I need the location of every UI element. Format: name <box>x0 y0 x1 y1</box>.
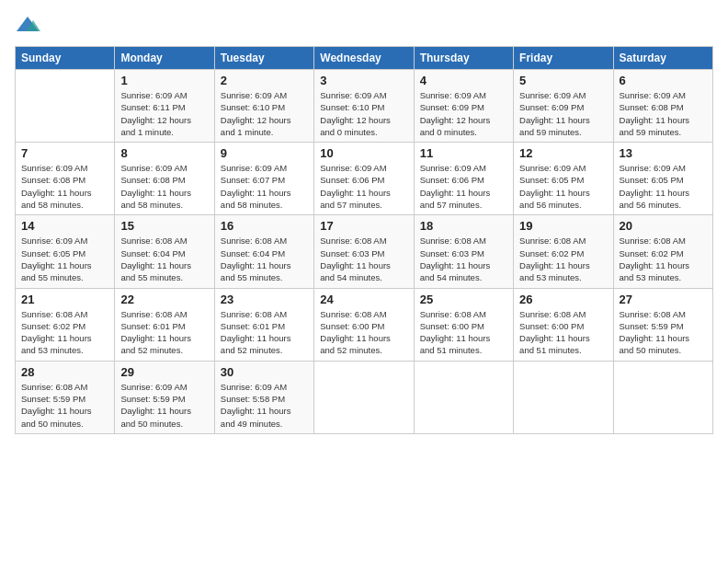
day-detail: Sunrise: 6:08 AM Sunset: 6:02 PM Dayligh… <box>519 235 607 283</box>
calendar-cell: 19Sunrise: 6:08 AM Sunset: 6:02 PM Dayli… <box>514 215 613 288</box>
calendar-cell: 28Sunrise: 6:08 AM Sunset: 5:59 PM Dayli… <box>16 361 115 433</box>
day-number: 17 <box>320 219 407 233</box>
calendar-cell: 15Sunrise: 6:08 AM Sunset: 6:04 PM Dayli… <box>115 215 214 288</box>
calendar-cell: 20Sunrise: 6:08 AM Sunset: 6:02 PM Dayli… <box>613 215 712 288</box>
calendar-cell: 8Sunrise: 6:09 AM Sunset: 6:08 PM Daylig… <box>115 143 214 215</box>
day-number: 30 <box>221 365 308 379</box>
calendar-cell: 18Sunrise: 6:08 AM Sunset: 6:03 PM Dayli… <box>414 215 513 288</box>
header-row: SundayMondayTuesdayWednesdayThursdayFrid… <box>16 47 713 70</box>
day-detail: Sunrise: 6:08 AM Sunset: 6:01 PM Dayligh… <box>120 308 208 357</box>
calendar-cell: 9Sunrise: 6:09 AM Sunset: 6:07 PM Daylig… <box>214 143 313 215</box>
calendar-table: SundayMondayTuesdayWednesdayThursdayFrid… <box>15 46 713 434</box>
logo <box>15 15 44 35</box>
day-detail: Sunrise: 6:09 AM Sunset: 6:11 PM Dayligh… <box>120 89 208 138</box>
calendar-cell: 24Sunrise: 6:08 AM Sunset: 6:00 PM Dayli… <box>314 288 414 361</box>
day-number: 3 <box>320 74 407 87</box>
calendar-cell: 1Sunrise: 6:09 AM Sunset: 6:11 PM Daylig… <box>115 70 214 143</box>
day-number: 27 <box>620 293 707 306</box>
day-detail: Sunrise: 6:09 AM Sunset: 6:10 PM Dayligh… <box>221 89 308 138</box>
day-detail: Sunrise: 6:09 AM Sunset: 6:05 PM Dayligh… <box>21 235 108 283</box>
calendar-week-1: 7Sunrise: 6:09 AM Sunset: 6:08 PM Daylig… <box>16 143 713 215</box>
calendar-cell: 29Sunrise: 6:09 AM Sunset: 5:59 PM Dayli… <box>115 361 214 433</box>
calendar-cell <box>613 361 712 433</box>
day-detail: Sunrise: 6:09 AM Sunset: 6:08 PM Dayligh… <box>120 162 208 211</box>
day-number: 19 <box>519 219 607 233</box>
day-detail: Sunrise: 6:08 AM Sunset: 6:02 PM Dayligh… <box>620 235 707 283</box>
day-number: 10 <box>320 146 407 160</box>
calendar-cell: 16Sunrise: 6:08 AM Sunset: 6:04 PM Dayli… <box>214 215 313 288</box>
day-number: 7 <box>21 146 108 160</box>
calendar-cell: 21Sunrise: 6:08 AM Sunset: 6:02 PM Dayli… <box>16 288 115 361</box>
day-detail: Sunrise: 6:08 AM Sunset: 6:04 PM Dayligh… <box>120 235 208 283</box>
logo-icon <box>15 15 40 35</box>
day-number: 21 <box>21 293 108 306</box>
header-cell-tuesday: Tuesday <box>214 47 313 70</box>
day-number: 23 <box>221 293 308 306</box>
calendar-week-4: 28Sunrise: 6:08 AM Sunset: 5:59 PM Dayli… <box>16 361 713 433</box>
calendar-cell <box>514 361 613 433</box>
day-detail: Sunrise: 6:08 AM Sunset: 5:59 PM Dayligh… <box>620 308 707 357</box>
day-number: 18 <box>420 219 507 233</box>
day-number: 25 <box>420 293 507 306</box>
day-number: 24 <box>320 293 407 306</box>
calendar-cell: 12Sunrise: 6:09 AM Sunset: 6:05 PM Dayli… <box>514 143 613 215</box>
day-number: 2 <box>221 74 308 87</box>
header-cell-friday: Friday <box>514 47 613 70</box>
header-cell-sunday: Sunday <box>16 47 115 70</box>
day-number: 1 <box>120 74 208 87</box>
day-detail: Sunrise: 6:09 AM Sunset: 6:05 PM Dayligh… <box>519 162 607 211</box>
calendar-cell: 2Sunrise: 6:09 AM Sunset: 6:10 PM Daylig… <box>214 70 313 143</box>
header-cell-thursday: Thursday <box>414 47 513 70</box>
day-number: 12 <box>519 146 607 160</box>
calendar-cell: 25Sunrise: 6:08 AM Sunset: 6:00 PM Dayli… <box>414 288 513 361</box>
day-detail: Sunrise: 6:08 AM Sunset: 6:00 PM Dayligh… <box>519 308 607 357</box>
day-detail: Sunrise: 6:08 AM Sunset: 6:03 PM Dayligh… <box>320 235 407 283</box>
header-cell-wednesday: Wednesday <box>314 47 414 70</box>
calendar-cell: 22Sunrise: 6:08 AM Sunset: 6:01 PM Dayli… <box>115 288 214 361</box>
day-detail: Sunrise: 6:09 AM Sunset: 6:08 PM Dayligh… <box>620 89 707 138</box>
day-number: 13 <box>620 146 707 160</box>
day-detail: Sunrise: 6:08 AM Sunset: 6:04 PM Dayligh… <box>221 235 308 283</box>
day-number: 9 <box>221 146 308 160</box>
day-detail: Sunrise: 6:08 AM Sunset: 5:59 PM Dayligh… <box>21 381 108 430</box>
calendar-cell: 5Sunrise: 6:09 AM Sunset: 6:09 PM Daylig… <box>514 70 613 143</box>
day-number: 26 <box>519 293 607 306</box>
calendar-cell <box>314 361 414 433</box>
calendar-cell: 23Sunrise: 6:08 AM Sunset: 6:01 PM Dayli… <box>214 288 313 361</box>
calendar-cell: 26Sunrise: 6:08 AM Sunset: 6:00 PM Dayli… <box>514 288 613 361</box>
calendar-cell: 7Sunrise: 6:09 AM Sunset: 6:08 PM Daylig… <box>16 143 115 215</box>
calendar-cell: 13Sunrise: 6:09 AM Sunset: 6:05 PM Dayli… <box>613 143 712 215</box>
calendar-header: SundayMondayTuesdayWednesdayThursdayFrid… <box>16 47 713 70</box>
calendar-cell: 3Sunrise: 6:09 AM Sunset: 6:10 PM Daylig… <box>314 70 414 143</box>
day-detail: Sunrise: 6:08 AM Sunset: 6:01 PM Dayligh… <box>221 308 308 357</box>
day-number: 8 <box>120 146 208 160</box>
header-cell-monday: Monday <box>115 47 214 70</box>
calendar-cell: 11Sunrise: 6:09 AM Sunset: 6:06 PM Dayli… <box>414 143 513 215</box>
calendar-week-0: 1Sunrise: 6:09 AM Sunset: 6:11 PM Daylig… <box>16 70 713 143</box>
day-detail: Sunrise: 6:09 AM Sunset: 6:09 PM Dayligh… <box>420 89 507 138</box>
calendar-week-3: 21Sunrise: 6:08 AM Sunset: 6:02 PM Dayli… <box>16 288 713 361</box>
page-header <box>15 15 713 35</box>
day-detail: Sunrise: 6:09 AM Sunset: 6:08 PM Dayligh… <box>21 162 108 211</box>
calendar-cell: 4Sunrise: 6:09 AM Sunset: 6:09 PM Daylig… <box>414 70 513 143</box>
day-number: 4 <box>420 74 507 87</box>
calendar-cell: 17Sunrise: 6:08 AM Sunset: 6:03 PM Dayli… <box>314 215 414 288</box>
day-number: 29 <box>120 365 208 379</box>
day-detail: Sunrise: 6:09 AM Sunset: 6:07 PM Dayligh… <box>221 162 308 211</box>
day-number: 16 <box>221 219 308 233</box>
calendar-cell <box>414 361 513 433</box>
day-number: 15 <box>120 219 208 233</box>
day-number: 11 <box>420 146 507 160</box>
day-detail: Sunrise: 6:09 AM Sunset: 5:59 PM Dayligh… <box>120 381 208 430</box>
day-number: 28 <box>21 365 108 379</box>
day-detail: Sunrise: 6:08 AM Sunset: 6:03 PM Dayligh… <box>420 235 507 283</box>
day-detail: Sunrise: 6:08 AM Sunset: 6:00 PM Dayligh… <box>420 308 507 357</box>
calendar-cell: 30Sunrise: 6:09 AM Sunset: 5:58 PM Dayli… <box>214 361 313 433</box>
calendar-cell <box>16 70 115 143</box>
day-detail: Sunrise: 6:08 AM Sunset: 6:00 PM Dayligh… <box>320 308 407 357</box>
day-detail: Sunrise: 6:09 AM Sunset: 6:10 PM Dayligh… <box>320 89 407 138</box>
header-cell-saturday: Saturday <box>613 47 712 70</box>
calendar-week-2: 14Sunrise: 6:09 AM Sunset: 6:05 PM Dayli… <box>16 215 713 288</box>
calendar-cell: 14Sunrise: 6:09 AM Sunset: 6:05 PM Dayli… <box>16 215 115 288</box>
day-detail: Sunrise: 6:09 AM Sunset: 6:05 PM Dayligh… <box>620 162 707 211</box>
